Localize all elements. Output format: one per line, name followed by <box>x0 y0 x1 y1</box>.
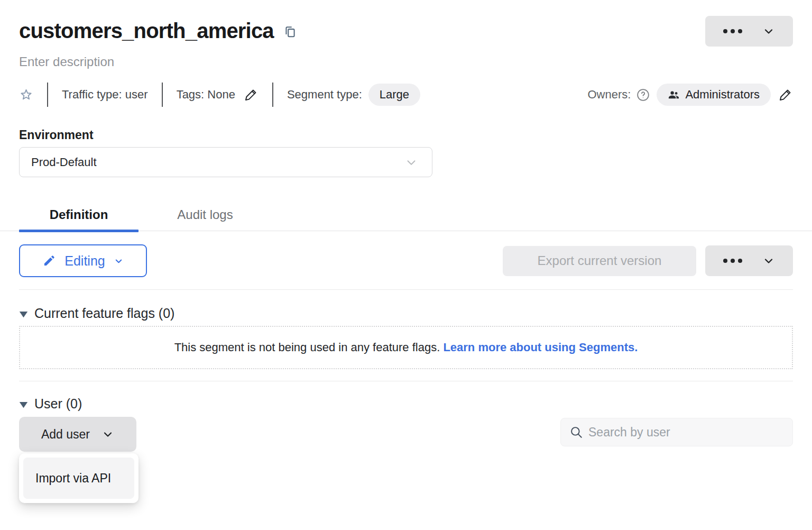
chevron-down-icon <box>404 156 418 169</box>
copy-icon[interactable] <box>283 22 297 40</box>
page-header: customers_north_america <box>19 0 793 47</box>
learn-more-link[interactable]: Learn more about using Segments. <box>443 341 638 354</box>
triangle-collapse-icon <box>19 311 28 318</box>
feature-flags-section-header[interactable]: Current feature flags (0) <box>19 306 793 321</box>
editing-label: Editing <box>64 253 105 269</box>
feature-flags-empty-state: This segment is not being used in any fe… <box>19 326 793 369</box>
ellipsis-icon <box>723 259 742 263</box>
chevron-down-icon <box>762 254 775 267</box>
edit-owners-pencil-icon[interactable] <box>778 87 793 102</box>
traffic-type-label: Traffic type: user <box>62 88 148 102</box>
pencil-icon <box>42 254 56 268</box>
user-heading: User (0) <box>34 396 82 412</box>
chevron-down-icon <box>102 428 114 441</box>
user-section-header[interactable]: User (0) <box>19 396 793 412</box>
environment-label: Environment <box>19 128 793 142</box>
menu-item-import-via-api[interactable]: Import via API <box>23 458 134 499</box>
definition-more-actions-button[interactable] <box>705 245 793 276</box>
triangle-collapse-icon <box>19 401 28 408</box>
ellipsis-icon <box>723 29 742 33</box>
meta-row: Traffic type: user Tags: None Segment ty… <box>19 83 793 107</box>
export-current-version-button[interactable]: Export current version <box>503 246 696 276</box>
owners-chip[interactable]: Administrators <box>657 84 771 106</box>
section-divider <box>19 289 793 290</box>
user-search-box[interactable] <box>560 418 793 446</box>
chevron-down-icon <box>762 25 775 38</box>
page-more-actions-button[interactable] <box>705 16 793 47</box>
section-divider <box>19 381 793 381</box>
tags-label: Tags: None <box>177 88 235 102</box>
active-tab-indicator <box>19 230 139 232</box>
tab-bar: Definition Audit logs <box>19 200 793 231</box>
tab-audit-logs[interactable]: Audit logs <box>139 200 272 229</box>
tab-definition[interactable]: Definition <box>19 200 139 229</box>
segment-type-label: Segment type: <box>287 88 362 102</box>
vertical-divider <box>162 83 163 107</box>
search-icon <box>569 425 583 439</box>
vertical-divider <box>47 83 48 107</box>
chevron-down-icon <box>114 256 124 266</box>
group-icon <box>668 89 680 101</box>
definition-toolbar: Editing Export current version <box>19 244 793 277</box>
environment-select[interactable]: Prod-Default <box>19 147 432 177</box>
segment-type-badge: Large <box>368 84 420 106</box>
add-user-dropdown-menu: Import via API <box>19 453 139 503</box>
owners-value: Administrators <box>685 88 760 102</box>
add-user-button[interactable]: Add user <box>19 417 136 452</box>
environment-selected-value: Prod-Default <box>31 156 97 169</box>
user-search-input[interactable] <box>588 425 784 440</box>
empty-state-message: This segment is not being used in any fe… <box>174 341 638 354</box>
editing-mode-button[interactable]: Editing <box>19 244 147 277</box>
help-question-icon[interactable] <box>636 88 650 102</box>
description-placeholder[interactable]: Enter description <box>19 54 793 70</box>
user-controls-row: Add user Import via API <box>19 417 793 452</box>
edit-tags-pencil-icon[interactable] <box>244 87 259 102</box>
page-title: customers_north_america <box>19 16 274 45</box>
segment-detail-page: customers_north_america Enter descriptio… <box>0 0 812 530</box>
vertical-divider <box>272 83 273 107</box>
favorite-star-icon[interactable] <box>19 88 33 102</box>
empty-state-text: This segment is not being used in any fe… <box>174 341 444 354</box>
feature-flags-heading: Current feature flags (0) <box>34 306 174 321</box>
add-user-label: Add user <box>41 427 90 442</box>
owners-label: Owners: <box>587 88 631 102</box>
